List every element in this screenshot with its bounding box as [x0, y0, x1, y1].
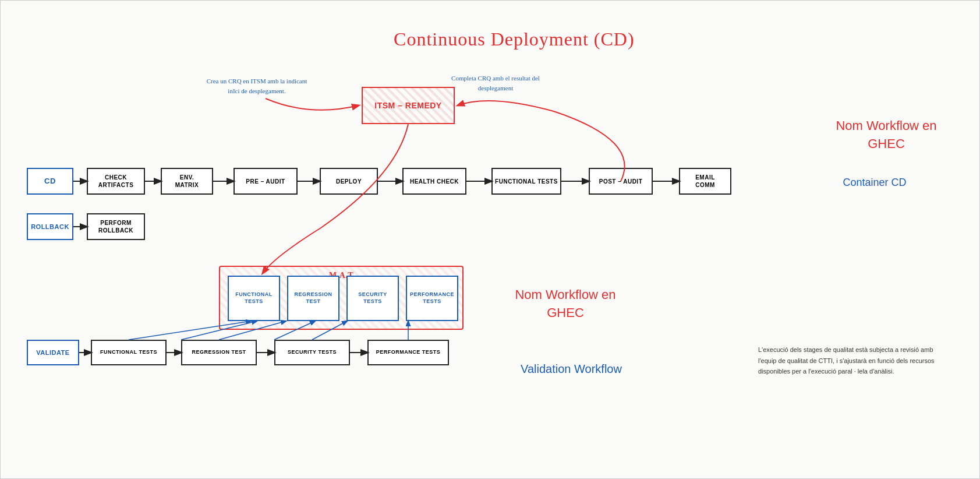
box-b-regression: REGRESSION TEST	[181, 340, 257, 365]
mat-regression-box: REGRESSIONTEST	[287, 276, 339, 321]
box-deploy: DEPLOY	[320, 168, 378, 195]
box-b-functional: FUNCTIONAL TESTS	[91, 340, 167, 365]
box-post-audit: POST – AUDIT	[589, 168, 653, 195]
box-rollback: ROLLBACK	[27, 213, 73, 240]
mat-functional-box: FUNCTIONALTESTS	[228, 276, 280, 321]
note-text: L'execució dels stages de qualitat està …	[758, 344, 944, 377]
box-health-check: HEALTH CHECK	[402, 168, 466, 195]
side-label-container-cd: Container CD	[816, 175, 933, 190]
main-canvas: Continuous Deployment (CD) ITSM – Remedy…	[0, 0, 980, 479]
side-label-workflow-top: Nom Workflow en GHEC	[828, 117, 944, 153]
box-perform-rollback: PERFORMROLLBACK	[87, 213, 145, 240]
mat-security-box: SECURITYTESTS	[346, 276, 399, 321]
box-check-artifacts: CHECKARTIFACTS	[87, 168, 145, 195]
box-functional-tests: FUNCTIONAL TESTS	[491, 168, 561, 195]
main-title: Continuous Deployment (CD)	[394, 29, 635, 50]
box-pre-audit: PRE – AUDIT	[233, 168, 298, 195]
annotation-right: Completa CRQ amb el resultat del despleg…	[443, 73, 548, 93]
box-b-security: SECURITY TESTS	[274, 340, 350, 365]
itsm-box: ITSM – Remedy	[362, 87, 455, 124]
box-cd: CD	[27, 168, 73, 195]
arrows-svg	[1, 1, 980, 479]
box-env-matrix: ENV.MATRIX	[161, 168, 213, 195]
side-label-workflow-bottom: Nom Workflow en GHEC	[501, 286, 629, 322]
box-validate: VALIDATE	[27, 340, 79, 365]
side-label-validation-workflow: Validation Workflow	[513, 361, 629, 377]
box-b-performance: PERFORMANCE TESTS	[367, 340, 449, 365]
box-email-comm: EMAILCOMM	[679, 168, 731, 195]
annotation-left: Crea un CRQ en ITSM amb la indicant inIc…	[204, 76, 309, 96]
mat-performance-box: PERFORMANCETESTS	[406, 276, 458, 321]
